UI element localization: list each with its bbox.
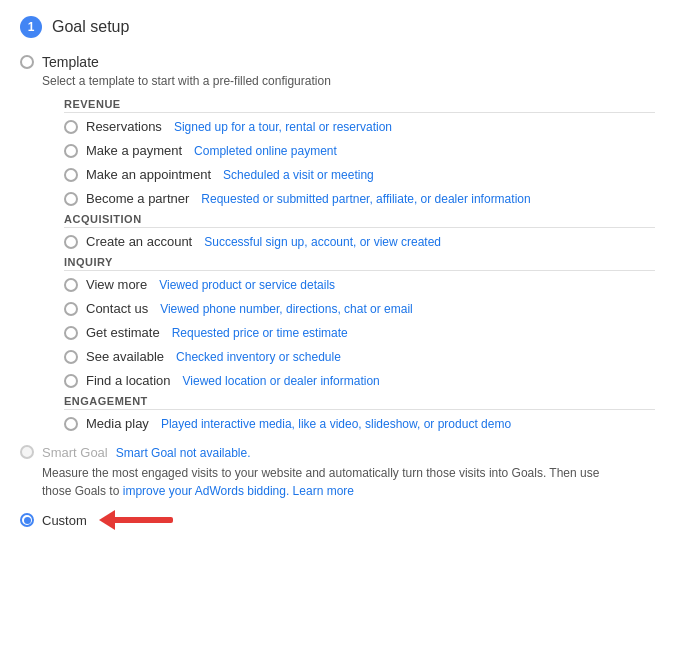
view-more-desc: Viewed product or service details xyxy=(159,278,335,292)
smart-goal-radio[interactable] xyxy=(20,445,34,459)
list-item[interactable]: Find a location Viewed location or deale… xyxy=(64,371,655,390)
make-payment-name: Make a payment xyxy=(86,143,182,158)
arrow-indicator xyxy=(99,510,173,530)
revenue-items: Reservations Signed up for a tour, renta… xyxy=(64,117,655,208)
create-account-name: Create an account xyxy=(86,234,192,249)
custom-radio[interactable] xyxy=(20,513,34,527)
reservations-name: Reservations xyxy=(86,119,162,134)
list-item[interactable]: See available Checked inventory or sched… xyxy=(64,347,655,366)
inquiry-items: View more Viewed product or service deta… xyxy=(64,275,655,390)
find-location-radio[interactable] xyxy=(64,374,78,388)
see-available-radio[interactable] xyxy=(64,350,78,364)
media-play-name: Media play xyxy=(86,416,149,431)
make-payment-radio[interactable] xyxy=(64,144,78,158)
list-item[interactable]: Become a partner Requested or submitted … xyxy=(64,189,655,208)
smart-goal-label: Smart Goal xyxy=(42,445,108,460)
template-radio[interactable] xyxy=(20,55,34,69)
make-appointment-radio[interactable] xyxy=(64,168,78,182)
contact-us-desc: Viewed phone number, directions, chat or… xyxy=(160,302,413,316)
list-item[interactable]: Contact us Viewed phone number, directio… xyxy=(64,299,655,318)
get-estimate-name: Get estimate xyxy=(86,325,160,340)
template-label: Template xyxy=(42,54,99,70)
list-item[interactable]: Make an appointment Scheduled a visit or… xyxy=(64,165,655,184)
media-play-desc: Played interactive media, like a video, … xyxy=(161,417,511,431)
become-partner-radio[interactable] xyxy=(64,192,78,206)
create-account-radio[interactable] xyxy=(64,235,78,249)
contact-us-radio[interactable] xyxy=(64,302,78,316)
custom-option-row[interactable]: Custom xyxy=(20,510,655,530)
category-engagement-label: ENGAGEMENT xyxy=(64,395,655,410)
list-item[interactable]: View more Viewed product or service deta… xyxy=(64,275,655,294)
category-revenue-label: REVENUE xyxy=(64,98,655,113)
step-number: 1 xyxy=(20,16,42,38)
smart-goal-row: Smart Goal Smart Goal not available. xyxy=(42,445,622,460)
category-inquiry-label: INQUIRY xyxy=(64,256,655,271)
become-partner-name: Become a partner xyxy=(86,191,189,206)
smart-goal-section: Smart Goal Smart Goal not available. Mea… xyxy=(20,445,655,500)
category-acquisition-label: ACQUISITION xyxy=(64,213,655,228)
learn-more-link[interactable]: Learn more xyxy=(293,484,354,498)
list-item[interactable]: Media play Played interactive media, lik… xyxy=(64,414,655,433)
get-estimate-radio[interactable] xyxy=(64,326,78,340)
reservations-desc: Signed up for a tour, rental or reservat… xyxy=(174,120,392,134)
arrow-shaft-icon xyxy=(113,517,173,523)
goal-setup-header: 1 Goal setup xyxy=(20,16,655,38)
template-subtitle: Select a template to start with a pre-fi… xyxy=(42,74,655,88)
categories-container: REVENUE Reservations Signed up for a tou… xyxy=(42,98,655,433)
contact-us-name: Contact us xyxy=(86,301,148,316)
list-item[interactable]: Make a payment Completed online payment xyxy=(64,141,655,160)
category-engagement: ENGAGEMENT Media play Played interactive… xyxy=(64,395,655,433)
template-option-row[interactable]: Template xyxy=(20,54,655,70)
find-location-name: Find a location xyxy=(86,373,171,388)
category-revenue: REVENUE Reservations Signed up for a tou… xyxy=(64,98,655,208)
find-location-desc: Viewed location or dealer information xyxy=(183,374,380,388)
make-payment-desc: Completed online payment xyxy=(194,144,337,158)
list-item[interactable]: Get estimate Requested price or time est… xyxy=(64,323,655,342)
engagement-items: Media play Played interactive media, lik… xyxy=(64,414,655,433)
smart-goal-desc: Measure the most engaged visits to your … xyxy=(42,464,622,500)
category-acquisition: ACQUISITION Create an account Successful… xyxy=(64,213,655,251)
list-item[interactable]: Create an account Successful sign up, ac… xyxy=(64,232,655,251)
reservations-radio[interactable] xyxy=(64,120,78,134)
category-inquiry: INQUIRY View more Viewed product or serv… xyxy=(64,256,655,390)
goal-setup-container: 1 Goal setup Template Select a template … xyxy=(20,16,655,530)
get-estimate-desc: Requested price or time estimate xyxy=(172,326,348,340)
smart-goal-content: Smart Goal Smart Goal not available. Mea… xyxy=(42,445,622,500)
create-account-desc: Successful sign up, account, or view cre… xyxy=(204,235,441,249)
smart-goal-note: Smart Goal not available. xyxy=(116,446,251,460)
view-more-name: View more xyxy=(86,277,147,292)
make-appointment-name: Make an appointment xyxy=(86,167,211,182)
goal-setup-title: Goal setup xyxy=(52,18,129,36)
make-appointment-desc: Scheduled a visit or meeting xyxy=(223,168,374,182)
become-partner-desc: Requested or submitted partner, affiliat… xyxy=(201,192,530,206)
acquisition-items: Create an account Successful sign up, ac… xyxy=(64,232,655,251)
see-available-desc: Checked inventory or schedule xyxy=(176,350,341,364)
see-available-name: See available xyxy=(86,349,164,364)
list-item[interactable]: Reservations Signed up for a tour, renta… xyxy=(64,117,655,136)
custom-label: Custom xyxy=(42,513,87,528)
view-more-radio[interactable] xyxy=(64,278,78,292)
media-play-radio[interactable] xyxy=(64,417,78,431)
improve-adwords-link[interactable]: improve your AdWords bidding. xyxy=(123,484,290,498)
